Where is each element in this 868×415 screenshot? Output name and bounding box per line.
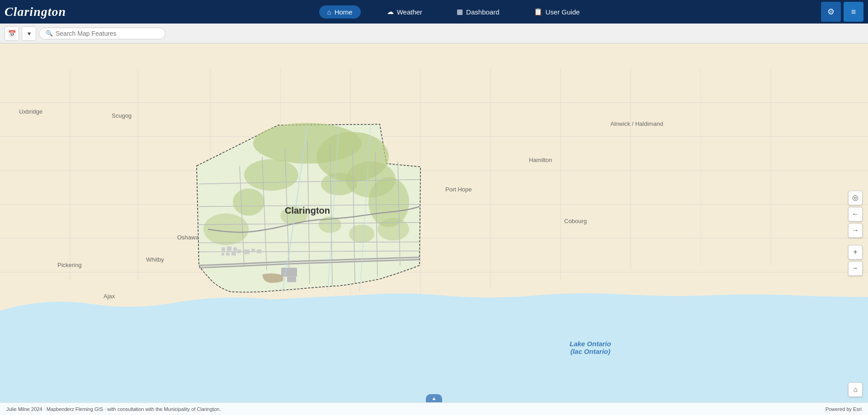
search-input[interactable]: [56, 30, 159, 37]
calendar-button[interactable]: 📅: [5, 26, 19, 41]
svg-point-29: [377, 218, 409, 241]
svg-point-24: [321, 173, 357, 196]
toolbar: 📅 ▾ 🔍: [0, 24, 868, 43]
chevron-down-icon: ▾: [28, 30, 31, 37]
svg-rect-34: [226, 253, 230, 256]
logo: Clarington: [5, 5, 86, 19]
minus-icon: −: [853, 264, 857, 272]
forward-icon: →: [852, 226, 859, 234]
compass-button[interactable]: ◎: [848, 191, 863, 205]
svg-rect-32: [233, 248, 237, 251]
dashboard-nav-icon: ▦: [457, 8, 463, 16]
plus-icon: +: [853, 248, 857, 256]
map-svg: [0, 43, 868, 415]
back-icon: ←: [852, 210, 859, 218]
svg-point-23: [233, 189, 264, 216]
controls-separator: [848, 239, 863, 243]
map-controls: ◎ ← → + −: [848, 191, 863, 276]
zoom-in-button[interactable]: +: [848, 245, 863, 259]
home-map-button[interactable]: ⌂: [848, 382, 863, 397]
dropdown-button[interactable]: ▾: [22, 26, 36, 41]
svg-rect-37: [244, 250, 250, 254]
nav-home-label: Home: [335, 8, 353, 16]
logo-text: Clarington: [5, 5, 66, 19]
guide-nav-icon: 📋: [534, 8, 542, 16]
svg-point-20: [244, 159, 298, 191]
svg-rect-40: [281, 268, 297, 277]
nav-weather[interactable]: ☁ Weather: [379, 5, 430, 19]
home-icon: ⌂: [853, 386, 858, 394]
layers-icon: ≡: [851, 7, 856, 17]
back-button[interactable]: ←: [848, 207, 863, 221]
nav-dashboard-label: Dashboard: [466, 8, 499, 16]
nav-home[interactable]: ⌂ Home: [319, 5, 361, 19]
credit-text: Julie Milne 2024 · Mapbenderz Fleming GI…: [6, 406, 221, 412]
calendar-icon: 📅: [8, 30, 16, 37]
svg-rect-30: [222, 248, 225, 251]
expand-icon: ▲: [432, 396, 437, 401]
bottom-bar: Julie Milne 2024 · Mapbenderz Fleming GI…: [0, 402, 868, 415]
layers-button[interactable]: ≡: [844, 2, 863, 22]
nav-guide-label: User Guide: [546, 8, 580, 16]
esri-text: Powered by Esri: [826, 406, 862, 412]
nav-center: ⌂ Home ☁ Weather ▦ Dashboard 📋 User Guid…: [86, 5, 821, 19]
weather-nav-icon: ☁: [387, 8, 394, 16]
svg-rect-39: [257, 250, 261, 253]
svg-rect-41: [287, 277, 296, 282]
svg-rect-35: [231, 252, 236, 256]
nav-right: ⚙ ≡: [821, 2, 863, 22]
search-icon: 🔍: [46, 30, 53, 37]
expand-button[interactable]: ▲: [426, 394, 442, 402]
nav-dashboard[interactable]: ▦ Dashboard: [448, 5, 507, 19]
zoom-out-button[interactable]: −: [848, 261, 863, 276]
settings-button[interactable]: ⚙: [821, 2, 841, 22]
forward-button[interactable]: →: [848, 223, 863, 238]
nav-weather-label: Weather: [397, 8, 422, 16]
navbar: Clarington ⌂ Home ☁ Weather ▦ Dashboard …: [0, 0, 868, 24]
svg-rect-33: [222, 253, 224, 256]
compass-icon: ◎: [852, 193, 859, 202]
settings-icon: ⚙: [827, 7, 835, 17]
svg-rect-31: [227, 247, 231, 251]
svg-rect-38: [251, 249, 255, 253]
svg-rect-36: [237, 250, 241, 253]
svg-point-28: [349, 225, 374, 243]
nav-user-guide[interactable]: 📋 User Guide: [526, 5, 588, 19]
search-bar: 🔍: [39, 28, 165, 39]
map-area[interactable]: Uxbridge Scugog Alnwick / Haldimand Hami…: [0, 43, 868, 415]
home-nav-icon: ⌂: [327, 8, 331, 16]
